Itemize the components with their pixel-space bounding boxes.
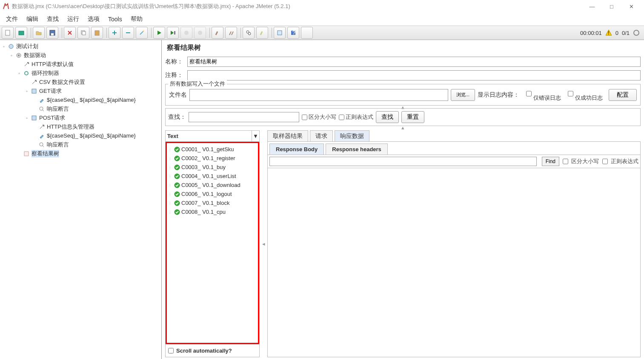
- success-only-checkbox[interactable]: 仅成功日志: [568, 88, 603, 102]
- paste-button[interactable]: [91, 27, 103, 39]
- tree-view-results[interactable]: 察看结果树: [17, 149, 161, 158]
- find-regex-checkbox[interactable]: 正则表达式: [602, 157, 638, 166]
- svg-point-25: [40, 143, 43, 146]
- subtab-response-body[interactable]: Response Body: [269, 144, 324, 155]
- close-button[interactable]: ✕: [625, 2, 637, 11]
- cut-button[interactable]: [64, 27, 76, 39]
- templates-button[interactable]: [15, 27, 27, 39]
- tree-sampler-var-post[interactable]: ${caseSeq}_ ${apiSeq}_${apiName}: [32, 131, 161, 140]
- copy-button[interactable]: [77, 27, 89, 39]
- tree-assertion-post[interactable]: 响应断言: [32, 140, 161, 149]
- tree-http-defaults[interactable]: HTTP请求默认值: [17, 60, 161, 69]
- tree-thread-group[interactable]: ◦ 数据驱动: [9, 51, 161, 60]
- result-item[interactable]: C0005_ V0.1_download: [168, 181, 257, 190]
- dropper-icon: [38, 132, 45, 139]
- toggle-icon[interactable]: ◦: [17, 71, 21, 75]
- assertion-icon: [38, 106, 45, 112]
- result-item[interactable]: C0007_ V0.1_block: [168, 198, 257, 207]
- remove-button[interactable]: [122, 27, 134, 39]
- find-row: Find 区分大小写 正则表达式: [267, 155, 641, 168]
- tree-assertion-get[interactable]: 响应断言: [32, 104, 161, 113]
- new-button[interactable]: [2, 27, 14, 39]
- result-item[interactable]: C0008_ V0.1_cpu: [168, 207, 257, 216]
- horizontal-splitter-2[interactable]: ▴: [165, 126, 641, 129]
- toggle-icon[interactable]: ◦: [2, 44, 6, 49]
- maximize-button[interactable]: □: [606, 2, 618, 11]
- vertical-splitter[interactable]: ◂: [262, 130, 265, 357]
- stop-button[interactable]: [180, 27, 192, 39]
- comment-input[interactable]: [187, 70, 641, 80]
- show-log-label: 显示日志内容：: [478, 91, 519, 99]
- warning-icon[interactable]: !: [605, 29, 612, 36]
- menu-file[interactable]: 文件: [3, 14, 21, 25]
- search-label: 查找：: [168, 113, 186, 121]
- tab-request[interactable]: 请求: [310, 130, 333, 141]
- search-toolbar-button[interactable]: [243, 27, 255, 39]
- search-input[interactable]: [189, 112, 299, 122]
- result-item[interactable]: C0006_ V0.1_logout: [168, 190, 257, 198]
- svg-text:?: ?: [292, 30, 295, 36]
- scroll-auto-checkbox[interactable]: [168, 348, 174, 353]
- clear-all-button[interactable]: [225, 27, 237, 39]
- menu-tools[interactable]: Tools: [105, 14, 126, 24]
- menu-help[interactable]: 帮助: [127, 14, 146, 25]
- open-button[interactable]: [33, 27, 45, 39]
- tab-sampler-result[interactable]: 取样器结果: [267, 130, 308, 141]
- result-item[interactable]: C0002_ V0.1_register: [168, 154, 257, 163]
- tree-loop-controller[interactable]: ◦ 循环控制器: [17, 69, 161, 78]
- result-item[interactable]: C0004_ V0.1_userList: [168, 172, 257, 181]
- search-button[interactable]: 查找: [376, 111, 399, 123]
- regex-checkbox[interactable]: 正则表达式: [339, 113, 373, 121]
- subtab-response-headers[interactable]: Response headers: [326, 144, 388, 155]
- save-button[interactable]: [46, 27, 58, 39]
- toggle-icon[interactable]: ◦: [9, 53, 14, 57]
- test-plan-tree[interactable]: ◦ 测试计划 ◦ 数据驱动: [0, 40, 162, 359]
- renderer-combo[interactable]: Text ▼: [166, 131, 259, 142]
- menu-edit[interactable]: 编辑: [23, 14, 42, 25]
- result-item[interactable]: C0001_ V0.1_getSku: [168, 145, 257, 154]
- function-helper-button[interactable]: [274, 27, 286, 39]
- tree-csv-config[interactable]: CSV 数据文件设置: [25, 78, 161, 86]
- status-area: 00:00:01 ! 0 0/1: [580, 29, 642, 36]
- menu-run[interactable]: 运行: [64, 14, 83, 25]
- help-button[interactable]: ?: [287, 27, 299, 39]
- filename-input[interactable]: [189, 89, 448, 101]
- wand-button[interactable]: [136, 27, 148, 39]
- shutdown-button[interactable]: [194, 27, 206, 39]
- tree-header-manager[interactable]: HTTP信息头管理器: [32, 122, 161, 131]
- result-tabs: 取样器结果 请求 响应数据: [267, 130, 641, 141]
- find-input[interactable]: [269, 157, 537, 166]
- clear-button[interactable]: [212, 27, 223, 39]
- start-button[interactable]: [153, 27, 165, 39]
- name-input[interactable]: [187, 57, 641, 67]
- errors-only-checkbox[interactable]: 仅错误日志: [526, 88, 561, 102]
- toggle-icon[interactable]: ◦: [25, 89, 29, 93]
- menu-options[interactable]: 选项: [84, 14, 103, 25]
- butterfly-button[interactable]: [301, 27, 313, 39]
- toggle-icon[interactable]: ◦: [25, 116, 29, 120]
- response-body-area[interactable]: [267, 168, 641, 357]
- assertion-icon: [38, 141, 45, 148]
- main-split: ◦ 测试计划 ◦ 数据驱动: [0, 40, 644, 359]
- tree-post-request[interactable]: ◦ POST请求: [25, 113, 161, 122]
- results-list[interactable]: C0001_ V0.1_getSkuC0002_ V0.1_registerC0…: [166, 142, 259, 344]
- find-case-checkbox[interactable]: 区分大小写: [563, 157, 599, 166]
- browse-button[interactable]: 浏览...: [451, 89, 475, 101]
- dropper-icon: [38, 97, 45, 103]
- scroll-auto-row[interactable]: Scroll automatically?: [166, 344, 259, 357]
- result-item[interactable]: C0003_ V0.1_buy: [168, 163, 257, 172]
- tab-response-data[interactable]: 响应数据: [335, 130, 369, 141]
- tree-get-request[interactable]: ◦ GET请求: [25, 86, 161, 95]
- reset-button[interactable]: 重置: [401, 111, 424, 123]
- case-sensitive-checkbox[interactable]: 区分大小写: [302, 113, 336, 121]
- tree-test-plan[interactable]: ◦ 测试计划: [2, 42, 161, 51]
- add-button[interactable]: [109, 27, 120, 39]
- menu-search[interactable]: 查找: [43, 14, 62, 25]
- minimize-button[interactable]: —: [586, 2, 598, 11]
- testplan-icon: [8, 43, 14, 50]
- find-button[interactable]: Find: [542, 157, 559, 166]
- start-no-pause-button[interactable]: [167, 27, 179, 39]
- configure-button[interactable]: 配置: [609, 89, 637, 101]
- tree-sampler-var-get[interactable]: ${caseSeq}_ ${apiSeq}_${apiName}: [32, 95, 161, 104]
- reset-search-button[interactable]: [256, 27, 268, 39]
